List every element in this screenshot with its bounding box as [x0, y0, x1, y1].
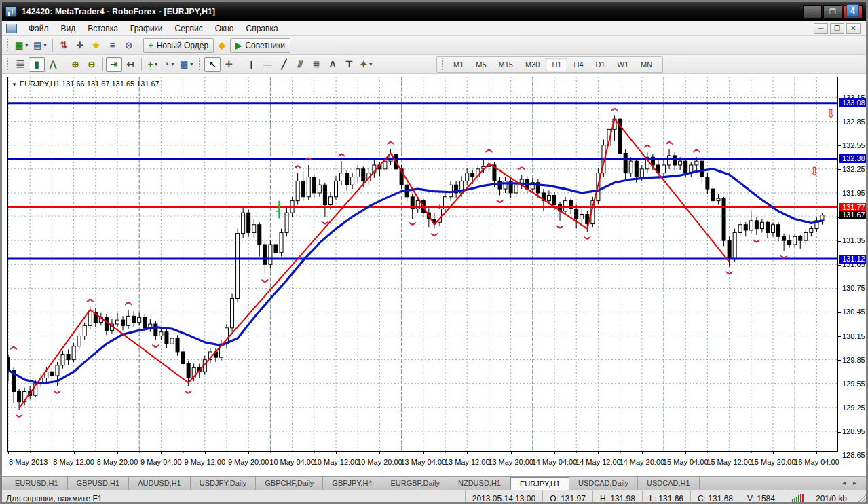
menu-item-charts[interactable]: Графики — [124, 22, 169, 35]
mdi-restore-button[interactable]: ❐ — [830, 23, 844, 34]
time-label: 8 May 2013 — [9, 458, 48, 466]
text-button[interactable]: A — [324, 57, 341, 72]
indicators-button[interactable]: +▾ — [145, 57, 161, 72]
clock-icon: ◔ — [164, 59, 170, 69]
strategy-tester-button[interactable]: ⊙ — [121, 38, 137, 53]
metaeditor-button[interactable]: ◆ — [214, 38, 230, 53]
restore-button[interactable]: ❐ — [823, 5, 842, 18]
chart-shift-button[interactable]: ↤ — [122, 57, 138, 72]
chart-tab-bar: EURUSD,H1GBPUSD,H1AUDUSD,H1USDJPY,DailyG… — [2, 476, 866, 490]
new-chart-button[interactable]: ▦▾ — [12, 38, 31, 53]
dropdown-arrow-icon[interactable]: ▾ — [25, 42, 28, 48]
expert-advisors-button[interactable]: ▶Советники — [230, 38, 290, 53]
vertical-line-icon: | — [250, 59, 252, 69]
dropdown-arrow-icon[interactable]: ▾ — [171, 61, 174, 67]
menu-item-file[interactable]: Файл — [22, 22, 55, 35]
price-tick: 132.25 — [838, 165, 868, 173]
time-tick-minor — [139, 452, 140, 453]
cursor-button[interactable]: ↖ — [204, 57, 221, 72]
menu-item-insert[interactable]: Вставка — [81, 22, 124, 35]
text-label-button[interactable]: ⊤ — [341, 57, 357, 72]
toolbar-grip[interactable] — [6, 58, 10, 71]
dropdown-arrow-icon[interactable]: ▾ — [155, 61, 157, 67]
timeframe-w1[interactable]: W1 — [611, 58, 635, 71]
dropdown-arrow-icon[interactable]: ▾ — [369, 61, 372, 67]
market-watch-button[interactable]: ⇅ — [56, 38, 72, 53]
auto-scroll-button[interactable]: ⇥ — [106, 57, 122, 72]
tab-usdcad-daily[interactable]: USDCAD,Daily — [569, 477, 638, 490]
menu-item-view[interactable]: Вид — [55, 22, 82, 35]
templates-button[interactable]: ▦▾ — [177, 57, 195, 72]
channel-button[interactable]: ⫻ — [292, 57, 308, 72]
horizontal-line-icon: — — [263, 59, 272, 69]
toolbar-grip[interactable] — [198, 58, 202, 71]
tab-nzdusd-h1[interactable]: NZDUSD,H1 — [449, 477, 510, 490]
hline-button[interactable]: — — [259, 57, 276, 72]
data-window-button[interactable]: ✛ — [72, 38, 88, 53]
terminal-button[interactable]: ≡ — [105, 38, 121, 53]
timeframe-m15[interactable]: M15 — [493, 58, 519, 71]
community-icon[interactable]: 4 — [846, 4, 859, 17]
status-traffic: 201/0 kb — [816, 494, 847, 503]
tab-eurgbp-daily[interactable]: EURGBP,Daily — [381, 477, 449, 490]
time-tick — [336, 452, 337, 454]
tab-usdcad-h1[interactable]: USDCAD,H1 — [638, 477, 700, 490]
time-axis: 8 May 20138 May 12:008 May 20:009 May 04… — [7, 452, 838, 475]
timeframe-d1[interactable]: D1 — [590, 58, 611, 71]
star-icon: ★ — [92, 40, 100, 50]
tab-eurjpy-h1[interactable]: EURJPY,H1 — [510, 477, 569, 490]
price-tick: 131.95 — [838, 189, 868, 197]
time-tick-minor — [402, 452, 402, 453]
chart-window-icon — [6, 24, 17, 33]
vline-button[interactable]: | — [243, 57, 259, 72]
tab-gbpjpy-h4[interactable]: GBPJPY,H4 — [323, 477, 381, 490]
new-order-button[interactable]: +Новый Ордер — [143, 38, 214, 53]
profiles-button[interactable]: ▤▾ — [31, 38, 49, 53]
tab-audusd-h1[interactable]: AUDUSD,H1 — [129, 477, 191, 490]
price-tick: 128.95 — [838, 427, 868, 435]
mdi-close-button[interactable]: ✕ — [846, 23, 861, 34]
minimize-button[interactable]: ─ — [803, 5, 822, 18]
tab-eurusd-h1[interactable]: EURUSD,H1 — [6, 477, 68, 490]
candlestick-button[interactable]: ▮ — [29, 57, 45, 72]
tab-gbpchf-daily[interactable]: GBPCHF,Daily — [256, 477, 323, 490]
menu-item-help[interactable]: Справка — [240, 22, 284, 35]
fibonacci-icon: ≣ — [313, 59, 320, 69]
time-tick-minor — [96, 452, 96, 453]
line-chart-button[interactable]: ⋀ — [45, 57, 61, 72]
trendline-button[interactable]: ╱ — [276, 57, 292, 72]
bar-chart-button[interactable]: 𝄛 — [12, 57, 29, 72]
timeframe-m5[interactable]: M5 — [470, 58, 492, 71]
toolbar-separator — [141, 58, 142, 71]
price-level-badge: 133.08 — [839, 98, 868, 107]
dropdown-arrow-icon[interactable]: ▾ — [190, 61, 193, 67]
mdi-minimize-button[interactable]: ─ — [814, 23, 828, 34]
navigator-button[interactable]: ★ — [88, 38, 105, 53]
tab-gbpusd-h1[interactable]: GBPUSD,H1 — [68, 477, 130, 490]
time-label: 9 May 04:00 — [140, 458, 182, 466]
chart-canvas[interactable]: ⇩⇩ — [7, 77, 838, 452]
tab-scroll-arrows[interactable]: ◂ ▸ — [842, 477, 866, 490]
toolbar-grip[interactable] — [6, 39, 10, 52]
toolbar-separator — [240, 58, 240, 71]
timeframe-h1[interactable]: H1 — [546, 58, 567, 71]
periods-button[interactable]: ◔▾ — [161, 57, 177, 72]
toolbar-grip[interactable] — [441, 58, 445, 71]
timeframe-m30[interactable]: M30 — [519, 58, 546, 71]
timeframe-mn[interactable]: MN — [635, 58, 658, 71]
resize-grip[interactable] — [854, 490, 866, 504]
fibonacci-button[interactable]: ≣ — [308, 57, 324, 72]
menu-item-window[interactable]: Окно — [209, 22, 240, 35]
menu-item-service[interactable]: Сервис — [169, 22, 209, 35]
zoom-in-button[interactable]: ⊕ — [67, 57, 83, 72]
timeframe-h4[interactable]: H4 — [567, 58, 589, 71]
zoom-out-button[interactable]: ⊖ — [83, 57, 100, 72]
time-tick — [685, 452, 686, 454]
tab-usdjpy-daily[interactable]: USDJPY,Daily — [191, 477, 257, 490]
order-plus-icon: + — [149, 41, 153, 50]
dropdown-arrow-icon[interactable]: ▾ — [44, 42, 47, 48]
timeframe-m1[interactable]: M1 — [447, 58, 470, 71]
arrows-button[interactable]: ✦▾ — [357, 57, 375, 72]
crosshair-button[interactable]: ✛ — [221, 57, 237, 72]
price-tick: 130.75 — [838, 284, 868, 292]
